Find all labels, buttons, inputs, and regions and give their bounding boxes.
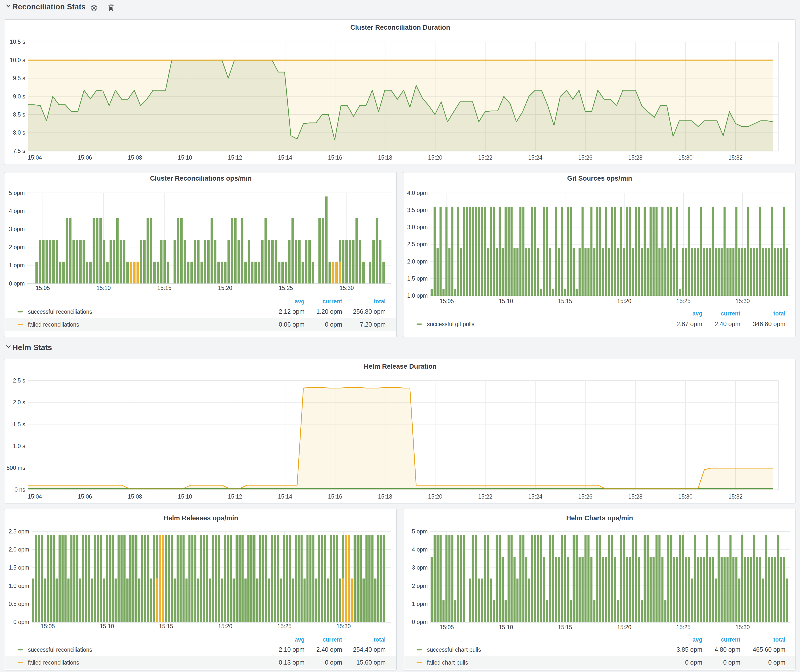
svg-text:2.5 opm: 2.5 opm (407, 241, 428, 247)
svg-text:15:15: 15:15 (157, 285, 172, 291)
svg-text:0 opm: 0 opm (768, 659, 786, 666)
svg-text:0 opm: 0 opm (13, 619, 29, 625)
svg-text:successful chart pulls: successful chart pulls (427, 646, 481, 653)
svg-text:15:08: 15:08 (128, 154, 142, 161)
svg-text:15:20: 15:20 (218, 285, 232, 291)
svg-text:failed reconciliations: failed reconciliations (28, 659, 79, 666)
svg-text:avg: avg (294, 636, 304, 643)
svg-text:total: total (374, 636, 386, 643)
svg-text:9.5 s: 9.5 s (13, 75, 25, 82)
svg-text:15:14: 15:14 (278, 493, 293, 500)
svg-text:15:16: 15:16 (328, 154, 342, 161)
svg-text:2.0 s: 2.0 s (13, 399, 25, 406)
svg-text:0.06 opm: 0.06 opm (279, 321, 304, 328)
svg-text:Helm Release Duration: Helm Release Duration (364, 363, 437, 370)
svg-text:15:05: 15:05 (440, 624, 454, 630)
svg-text:4 opm: 4 opm (9, 208, 25, 214)
svg-text:15.60 opm: 15.60 opm (357, 659, 386, 666)
svg-text:15:05: 15:05 (36, 285, 50, 291)
svg-text:15:10: 15:10 (96, 285, 111, 291)
svg-text:15:25: 15:25 (277, 623, 292, 629)
svg-text:15:12: 15:12 (228, 154, 242, 161)
svg-text:15:20: 15:20 (218, 623, 232, 629)
svg-text:15:08: 15:08 (128, 493, 142, 500)
svg-text:0 ns: 0 ns (14, 486, 25, 493)
svg-text:1.0 opm: 1.0 opm (407, 293, 428, 299)
svg-text:15:15: 15:15 (558, 298, 573, 304)
svg-text:4.80 opm: 4.80 opm (715, 646, 741, 653)
svg-text:15:10: 15:10 (499, 624, 513, 630)
svg-text:5 opm: 5 opm (9, 190, 25, 196)
svg-text:7.20 opm: 7.20 opm (360, 321, 386, 328)
svg-text:4.0 opm: 4.0 opm (407, 190, 428, 196)
svg-text:1.20 opm: 1.20 opm (317, 308, 342, 315)
svg-text:10.0 s: 10.0 s (10, 57, 25, 63)
svg-text:8.0 s: 8.0 s (13, 130, 25, 136)
svg-text:15:04: 15:04 (28, 154, 42, 161)
svg-text:successful reconciliations: successful reconciliations (28, 309, 92, 315)
svg-text:0.5 opm: 0.5 opm (9, 601, 29, 607)
svg-text:2.0 opm: 2.0 opm (407, 258, 428, 265)
svg-text:3 opm: 3 opm (9, 226, 25, 232)
svg-text:15:25: 15:25 (676, 624, 691, 630)
svg-text:successful reconciliations: successful reconciliations (28, 646, 92, 653)
svg-text:Helm Releases ops/min: Helm Releases ops/min (163, 514, 238, 522)
svg-text:avg: avg (294, 298, 304, 305)
svg-text:15:30: 15:30 (678, 493, 693, 500)
svg-text:15:05: 15:05 (40, 623, 55, 629)
svg-text:0 opm: 0 opm (412, 619, 428, 625)
svg-text:15:18: 15:18 (378, 154, 392, 161)
svg-text:15:30: 15:30 (736, 624, 750, 630)
svg-text:Cluster Reconciliation Duratio: Cluster Reconciliation Duration (350, 24, 450, 31)
svg-text:15:18: 15:18 (378, 493, 392, 500)
svg-text:1.0 opm: 1.0 opm (9, 583, 29, 589)
svg-text:15:05: 15:05 (440, 298, 454, 304)
svg-text:avg: avg (693, 636, 702, 643)
svg-text:15:26: 15:26 (578, 154, 593, 161)
svg-text:total: total (374, 298, 386, 305)
svg-text:0.13 opm: 0.13 opm (279, 659, 304, 666)
svg-text:2.0 opm: 2.0 opm (9, 546, 29, 553)
svg-text:15:10: 15:10 (100, 623, 114, 629)
svg-text:2 opm: 2 opm (412, 583, 428, 589)
svg-text:1 opm: 1 opm (9, 262, 25, 269)
svg-text:2.5 s: 2.5 s (13, 377, 25, 384)
svg-text:15:30: 15:30 (340, 285, 354, 291)
svg-text:500 ms: 500 ms (7, 465, 25, 471)
svg-text:15:24: 15:24 (528, 493, 542, 500)
svg-text:Helm Charts ops/min: Helm Charts ops/min (566, 514, 633, 522)
svg-text:3.0 opm: 3.0 opm (407, 224, 428, 230)
svg-text:2.40 opm: 2.40 opm (715, 320, 741, 327)
svg-text:9.0 s: 9.0 s (13, 93, 25, 100)
svg-text:2.87 opm: 2.87 opm (677, 320, 702, 327)
svg-text:current: current (721, 310, 741, 317)
svg-text:failed chart pulls: failed chart pulls (427, 659, 468, 666)
svg-text:failed reconciliations: failed reconciliations (28, 322, 79, 328)
svg-text:1 opm: 1 opm (412, 601, 428, 607)
svg-text:2.5 opm: 2.5 opm (9, 528, 29, 535)
svg-text:15:30: 15:30 (336, 623, 351, 629)
svg-text:465.60 opm: 465.60 opm (753, 646, 786, 653)
svg-text:1.5 s: 1.5 s (13, 421, 25, 427)
svg-text:2.12 opm: 2.12 opm (279, 308, 304, 315)
svg-text:avg: avg (693, 310, 702, 317)
svg-text:1.5 opm: 1.5 opm (9, 564, 29, 571)
svg-text:15:25: 15:25 (279, 285, 293, 291)
svg-text:15:30: 15:30 (678, 154, 693, 161)
svg-text:Git Sources ops/min: Git Sources ops/min (567, 175, 632, 182)
svg-text:15:10: 15:10 (178, 493, 192, 500)
svg-text:15:10: 15:10 (178, 154, 192, 161)
svg-text:15:20: 15:20 (617, 298, 632, 304)
svg-text:15:20: 15:20 (428, 493, 443, 500)
svg-text:successful git pulls: successful git pulls (427, 321, 474, 327)
svg-text:10.5 s: 10.5 s (10, 38, 25, 45)
svg-text:15:20: 15:20 (617, 624, 632, 630)
svg-text:254.40 opm: 254.40 opm (353, 646, 386, 653)
svg-text:15:32: 15:32 (728, 493, 742, 500)
svg-text:15:22: 15:22 (478, 493, 493, 500)
svg-text:current: current (323, 636, 342, 643)
svg-text:15:14: 15:14 (278, 154, 293, 161)
svg-text:256.80 opm: 256.80 opm (353, 308, 386, 315)
svg-text:4 opm: 4 opm (412, 546, 428, 553)
svg-text:15:32: 15:32 (728, 154, 742, 161)
